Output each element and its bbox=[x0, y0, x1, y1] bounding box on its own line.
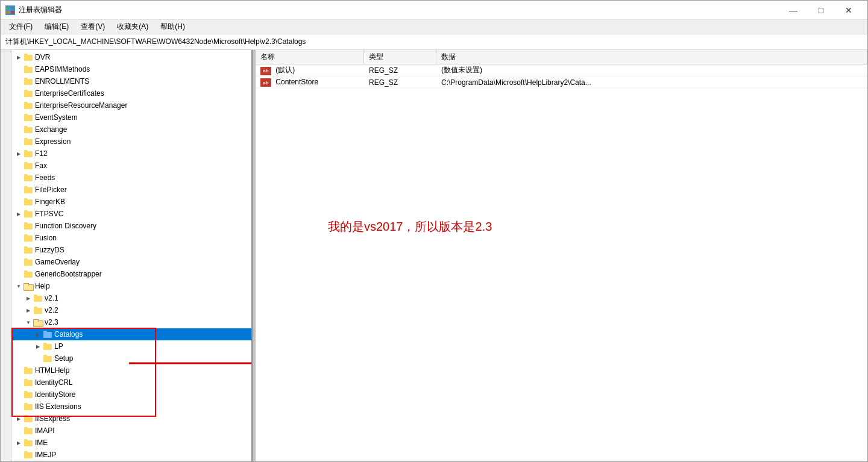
menu-bar: 文件(F) 编辑(E) 查看(V) 收藏夹(A) 帮助(H) bbox=[1, 20, 867, 34]
svg-rect-0 bbox=[6, 7, 10, 10]
value-data-contentstore: C:\ProgramData\Microsoft\HelpLibrary2\Ca… bbox=[436, 78, 867, 87]
folder-icon bbox=[24, 426, 33, 435]
tree-label: Exchange bbox=[35, 125, 67, 134]
menu-favorites[interactable]: 收藏夹(A) bbox=[111, 20, 154, 34]
tree-panel: ▶ DVR ▶ EAPSIMMethods ▶ ENROLLMENTS bbox=[11, 50, 253, 461]
tree-item-dvr[interactable]: ▶ DVR bbox=[11, 51, 251, 63]
expand-arrow: ▶ bbox=[24, 293, 33, 303]
tree-label: IdentityStore bbox=[35, 390, 75, 399]
tree-item-v23[interactable]: ▼ v2.3 bbox=[11, 316, 251, 328]
folder-icon bbox=[24, 378, 33, 387]
folder-icon bbox=[24, 439, 33, 447]
tree-item-iisextensions[interactable]: ▶ IIS Extensions bbox=[11, 401, 251, 413]
tree-item-identitycrl[interactable]: ▶ IdentityCRL bbox=[11, 376, 251, 389]
expand-arrow: ▶ bbox=[14, 209, 24, 219]
menu-view[interactable]: 查看(V) bbox=[75, 20, 111, 34]
minimize-button[interactable]: — bbox=[779, 1, 807, 20]
menu-file[interactable]: 文件(F) bbox=[3, 20, 39, 34]
tree-label: HTMLHelp bbox=[35, 366, 69, 375]
tree-item-ime[interactable]: ▶ IME bbox=[11, 437, 251, 449]
tree-item-htmlhelp[interactable]: ▶ HTMLHelp bbox=[11, 364, 251, 376]
folder-icon bbox=[24, 89, 33, 98]
close-button[interactable]: ✕ bbox=[835, 1, 863, 20]
tree-item-gameoverlay[interactable]: ▶ GameOverlay bbox=[11, 256, 251, 268]
folder-icon bbox=[24, 222, 33, 230]
folder-icon bbox=[24, 137, 33, 146]
tree-label: LP bbox=[54, 342, 63, 351]
tree-label: v2.3 bbox=[45, 318, 58, 326]
expand-arrow: ▶ bbox=[14, 52, 24, 62]
folder-icon bbox=[24, 210, 33, 218]
tree-item-f12[interactable]: ▶ F12 bbox=[11, 148, 251, 160]
tree-item-feeds[interactable]: ▶ Feeds bbox=[11, 172, 251, 184]
folder-icon bbox=[24, 198, 33, 206]
tree-label: v2.2 bbox=[45, 306, 58, 314]
tree-item-fuzzyds[interactable]: ▶ FuzzyDS bbox=[11, 244, 251, 256]
value-row-default[interactable]: ab (默认) REG_SZ (数值未设置) bbox=[256, 64, 867, 76]
tree-item-catalogs[interactable]: ▶ Catalogs bbox=[11, 328, 251, 340]
value-type-contentstore: REG_SZ bbox=[364, 78, 436, 87]
main-area: ▶ DVR ▶ EAPSIMMethods ▶ ENROLLMENTS bbox=[1, 50, 867, 461]
tree-item-eapsimmethods[interactable]: ▶ EAPSIMMethods bbox=[11, 63, 251, 75]
value-row-contentstore[interactable]: ab ContentStore REG_SZ C:\ProgramData\Mi… bbox=[256, 76, 867, 89]
column-header-data: 数据 bbox=[436, 50, 867, 64]
tree-item-enterprisecerts[interactable]: ▶ EnterpriseCertificates bbox=[11, 87, 251, 99]
tree-label: Feeds bbox=[35, 173, 55, 182]
tree-item-fingerkb[interactable]: ▶ FingerKB bbox=[11, 196, 251, 208]
folder-icon bbox=[24, 246, 33, 254]
expand-arrow-expanded: ▼ bbox=[14, 281, 24, 291]
tree-item-fax[interactable]: ▶ Fax bbox=[11, 160, 251, 172]
folder-icon bbox=[24, 414, 33, 423]
tree-label: GenericBootstrapper bbox=[35, 270, 102, 278]
expand-arrow: ▶ bbox=[14, 414, 24, 423]
svg-rect-2 bbox=[6, 11, 10, 14]
folder-icon bbox=[24, 173, 33, 182]
tree-label: IME bbox=[35, 439, 48, 447]
tree-item-genericbootstrapper[interactable]: ▶ GenericBootstrapper bbox=[11, 268, 251, 280]
tree-item-eventsystem[interactable]: ▶ EventSystem bbox=[11, 111, 251, 123]
tree-item-expression[interactable]: ▶ Expression bbox=[11, 136, 251, 148]
tree-item-filepicker[interactable]: ▶ FilePicker bbox=[11, 184, 251, 196]
svg-rect-3 bbox=[11, 11, 14, 14]
tree-item-help[interactable]: ▼ Help bbox=[11, 280, 251, 292]
value-name-default: ab (默认) bbox=[256, 65, 364, 75]
maximize-button[interactable]: □ bbox=[807, 1, 835, 20]
tree-label: GameOverlay bbox=[35, 258, 80, 266]
folder-icon bbox=[24, 451, 33, 459]
app-icon bbox=[5, 5, 15, 15]
expand-arrow-expanded: ▼ bbox=[24, 317, 33, 327]
tree-label: EAPSIMMethods bbox=[35, 65, 90, 73]
tree-item-lp[interactable]: ▶ LP bbox=[11, 340, 251, 352]
tree-item-v22[interactable]: ▶ v2.2 bbox=[11, 304, 251, 316]
menu-edit[interactable]: 编辑(E) bbox=[39, 20, 75, 34]
folder-icon bbox=[33, 294, 43, 302]
tree-item-imapi[interactable]: ▶ IMAPI bbox=[11, 425, 251, 437]
folder-icon bbox=[24, 390, 33, 399]
folder-icon bbox=[24, 161, 33, 170]
svg-rect-1 bbox=[11, 7, 14, 10]
column-header-name: 名称 bbox=[256, 50, 364, 64]
tree-item-setup[interactable]: ▶ Setup bbox=[11, 352, 251, 364]
folder-icon bbox=[24, 402, 33, 411]
tree-item-enterpriseresourcemanager[interactable]: ▶ EnterpriseResourceManager bbox=[11, 99, 251, 111]
tree-item-fusion[interactable]: ▶ Fusion bbox=[11, 232, 251, 244]
expand-arrow: ▶ bbox=[33, 329, 43, 339]
tree-item-iisexpress[interactable]: ▶ IISExpress bbox=[11, 413, 251, 425]
tree-scroll[interactable]: ▶ DVR ▶ EAPSIMMethods ▶ ENROLLMENTS bbox=[11, 50, 251, 461]
folder-icon bbox=[43, 342, 52, 351]
registry-editor-window: 注册表编辑器 — □ ✕ 文件(F) 编辑(E) 查看(V) 收藏夹(A) 帮助… bbox=[0, 0, 868, 462]
folder-icon bbox=[24, 125, 33, 134]
tree-label: Help bbox=[35, 282, 50, 290]
tree-item-ftpsvc[interactable]: ▶ FTPSVC bbox=[11, 208, 251, 220]
folder-icon bbox=[24, 366, 33, 375]
tree-label: FuzzyDS bbox=[35, 246, 64, 254]
tree-label: Fax bbox=[35, 161, 47, 170]
tree-item-imejp[interactable]: ▶ IMEJP bbox=[11, 449, 251, 461]
tree-item-enrollments[interactable]: ▶ ENROLLMENTS bbox=[11, 75, 251, 87]
tree-item-exchange[interactable]: ▶ Exchange bbox=[11, 123, 251, 136]
menu-help[interactable]: 帮助(H) bbox=[154, 20, 191, 34]
tree-item-identitystore[interactable]: ▶ IdentityStore bbox=[11, 389, 251, 401]
tree-item-functiondiscovery[interactable]: ▶ Function Discovery bbox=[11, 220, 251, 232]
tree-label: Function Discovery bbox=[35, 222, 96, 230]
tree-item-v21[interactable]: ▶ v2.1 bbox=[11, 292, 251, 304]
